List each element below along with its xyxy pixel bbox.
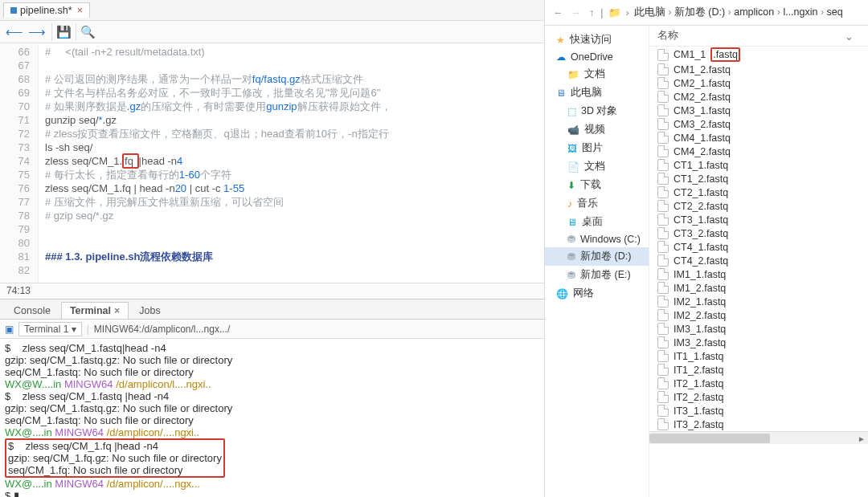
nav-item[interactable]: ★快速访问 [545, 31, 649, 49]
scroll-right-icon[interactable]: ► [855, 432, 868, 445]
file-row[interactable]: IM3_1.fastq [649, 322, 868, 336]
terminal-toolbar: ▣ Terminal 1 ▾ | MINGW64:/d/amplicon/l..… [0, 320, 544, 339]
file-row[interactable]: CM2_2.fastq [649, 90, 868, 104]
file-row[interactable]: CM3_2.fastq [649, 117, 868, 131]
nav-item[interactable]: ⬚3D 对象 [545, 102, 649, 120]
file-icon [657, 91, 669, 103]
nav-up-icon[interactable]: ↑ [588, 7, 596, 18]
file-row[interactable]: CT1_1.fastq [649, 158, 868, 172]
file-row[interactable]: CT3_2.fastq [649, 226, 868, 240]
file-tab[interactable]: pipeline.sh* × [3, 2, 90, 18]
file-row[interactable]: CM4_1.fastq [649, 131, 868, 145]
nav-item[interactable]: 🌐网络 [545, 284, 649, 303]
panel-tabs: ConsoleTerminal×Jobs [0, 299, 544, 320]
file-row[interactable]: CM4_2.fastq [649, 145, 868, 158]
file-row[interactable]: CM1_1.fastq [649, 47, 868, 63]
file-row[interactable]: IM1_1.fastq [649, 267, 868, 281]
file-row[interactable]: CM2_1.fastq [649, 76, 868, 90]
file-row[interactable]: CM1_2.fastq [649, 63, 868, 76]
file-icon [657, 227, 669, 239]
panel-tab-console[interactable]: Console [5, 302, 59, 319]
nav-fwd-icon[interactable]: → [570, 7, 583, 18]
file-icon [657, 282, 669, 294]
explorer-breadcrumb[interactable]: ← → ↑ | 📁 › 此电脑 › 新加卷 (D:) › amplicon › … [545, 0, 868, 26]
file-icon [657, 104, 669, 116]
file-row[interactable]: CT3_1.fastq [649, 213, 868, 226]
nav-item[interactable]: ⛃新加卷 (E:) [545, 266, 649, 284]
file-row[interactable]: CM3_1.fastq [649, 104, 868, 117]
nav-item[interactable]: 🖼图片 [545, 139, 649, 157]
nav-item[interactable]: ⛃Windows (C:) [545, 231, 649, 247]
file-row[interactable]: IT2_1.fastq [649, 377, 868, 390]
back-icon[interactable]: ⟵ [5, 23, 24, 41]
file-icon [657, 241, 669, 253]
file-row[interactable]: CT4_1.fastq [649, 240, 868, 254]
file-icon [657, 405, 669, 417]
file-row[interactable]: IM2_1.fastq [649, 295, 868, 308]
panel-tab-jobs[interactable]: Jobs [130, 302, 169, 319]
file-row[interactable]: CT2_1.fastq [649, 185, 868, 199]
file-row[interactable]: IT3_2.fastq [649, 418, 868, 431]
file-icon [657, 377, 669, 389]
file-list[interactable]: 名称 ⌄ CM1_1.fastqCM1_2.fastqCM2_1.fastqCM… [649, 26, 868, 497]
editor-tabs: pipeline.sh* × [0, 0, 544, 21]
drive-icon: ⛃ [567, 234, 575, 245]
nav-tree[interactable]: ★快速访问☁OneDrive📁文档🖥此电脑⬚3D 对象📹视频🖼图片📄文档⬇下载♪… [545, 26, 649, 497]
file-row[interactable]: CT1_2.fastq [649, 172, 868, 185]
code-lines[interactable]: # <(tail -n+2 result/metadata.txt)# 公司返回… [39, 43, 544, 283]
image-icon: 🖼 [567, 143, 577, 154]
file-row[interactable]: IT1_2.fastq [649, 363, 868, 377]
nav-item[interactable]: 📄文档 [545, 157, 649, 176]
nav-item[interactable]: ⬇下载 [545, 176, 649, 194]
net-icon: 🌐 [556, 288, 568, 299]
folder-icon: 📁 [567, 69, 579, 80]
nav-item[interactable]: ♪音乐 [545, 194, 649, 213]
nav-back-icon[interactable]: ← [551, 7, 565, 18]
pc-icon: 🖥 [556, 88, 566, 99]
horizontal-scrollbar[interactable]: ◄ ► [649, 431, 868, 444]
drive-icon: ⛃ [567, 251, 575, 263]
close-icon[interactable]: × [114, 305, 120, 316]
close-tab-icon[interactable]: × [77, 5, 83, 16]
doc-icon: 📄 [567, 161, 579, 173]
nav-item[interactable]: 📹视频 [545, 120, 649, 139]
scroll-thumb[interactable] [649, 434, 770, 443]
nav-item[interactable]: ☁OneDrive [545, 49, 649, 65]
panel-tab-terminal[interactable]: Terminal× [61, 302, 129, 319]
file-icon [657, 200, 669, 212]
file-tab-label: pipeline.sh* [20, 5, 72, 16]
code-editor[interactable]: 6667686970717273747576777879808182 # <(t… [0, 43, 544, 283]
file-row[interactable]: IM2_2.fastq [649, 308, 868, 322]
drive-icon: ⛃ [567, 270, 575, 281]
terminal-output[interactable]: $ zless seq/CM_1.fastq|head -n4gzip: seq… [0, 339, 544, 497]
file-row[interactable]: CT2_2.fastq [649, 199, 868, 213]
terminal-path: MINGW64:/d/amplicon/l...ngx.../ [94, 324, 230, 335]
file-icon [657, 186, 669, 198]
new-terminal-icon[interactable]: ▣ [5, 324, 14, 335]
cube-icon: ⬚ [567, 106, 576, 117]
nav-item[interactable]: 📁文档 [545, 65, 649, 84]
column-header-name[interactable]: 名称 ⌄ [649, 26, 868, 47]
breadcrumb-path[interactable]: 此电脑 › 新加卷 (D:) › amplicon › l...ngxin › … [634, 6, 843, 19]
file-row[interactable]: IM1_2.fastq [649, 281, 868, 295]
desktop-icon: 🖥 [567, 217, 577, 228]
file-icon [657, 268, 669, 280]
file-icon [657, 323, 669, 335]
file-icon [657, 173, 669, 185]
file-row[interactable]: CT4_2.fastq [649, 254, 868, 267]
file-row[interactable]: IT2_2.fastq [649, 390, 868, 404]
nav-item[interactable]: 🖥此电脑 [545, 84, 649, 102]
file-row[interactable]: IT3_1.fastq [649, 404, 868, 418]
file-row[interactable]: IM3_2.fastq [649, 336, 868, 349]
search-icon[interactable]: 🔍 [76, 23, 95, 41]
sort-dropdown-icon[interactable]: ⌄ [845, 31, 854, 43]
save-icon[interactable]: 💾 [51, 23, 71, 41]
download-icon: ⬇ [567, 180, 575, 191]
nav-item[interactable]: ⛃新加卷 (D:) [545, 247, 649, 266]
forward-icon[interactable]: ⟶ [27, 23, 47, 41]
nav-item[interactable]: 🖥桌面 [545, 213, 649, 231]
terminal-select[interactable]: Terminal 1 ▾ [18, 322, 82, 336]
file-row[interactable]: IT1_1.fastq [649, 349, 868, 363]
music-icon: ♪ [567, 198, 572, 210]
file-icon [657, 132, 669, 144]
